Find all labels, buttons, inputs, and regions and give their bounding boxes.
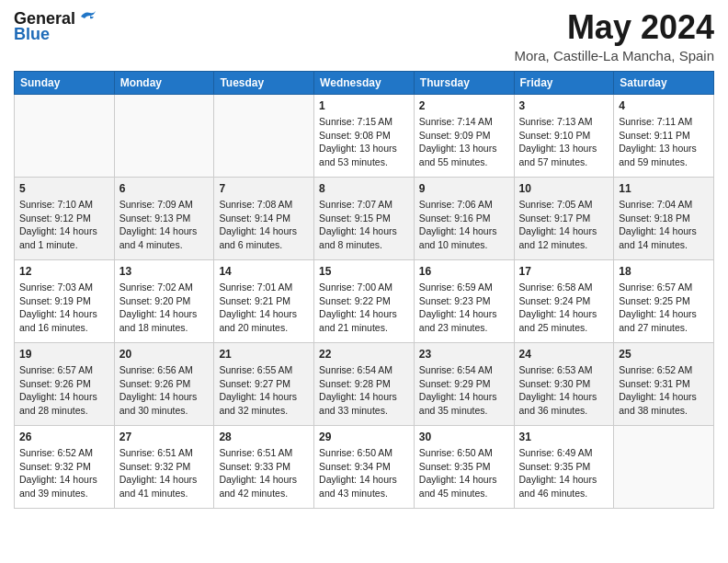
week-row-1: 1Sunrise: 7:15 AM Sunset: 9:08 PM Daylig… [15, 94, 714, 177]
day-info: Sunrise: 7:11 AM Sunset: 9:11 PM Dayligh… [619, 116, 697, 168]
weekday-header-sunday: Sunday [15, 71, 115, 94]
day-info: Sunrise: 6:52 AM Sunset: 9:32 PM Dayligh… [19, 447, 97, 500]
day-info: Sunrise: 6:50 AM Sunset: 9:34 PM Dayligh… [319, 447, 397, 500]
day-number: 29 [319, 430, 409, 444]
day-number: 9 [419, 181, 509, 196]
day-number: 15 [319, 264, 409, 279]
day-cell: 18Sunrise: 6:57 AM Sunset: 9:25 PM Dayli… [614, 259, 714, 342]
day-cell: 1Sunrise: 7:15 AM Sunset: 9:08 PM Daylig… [314, 94, 415, 177]
day-number: 10 [519, 181, 609, 196]
day-info: Sunrise: 7:09 AM Sunset: 9:13 PM Dayligh… [119, 199, 198, 251]
day-info: Sunrise: 7:01 AM Sunset: 9:21 PM Dayligh… [219, 282, 297, 334]
day-cell: 9Sunrise: 7:06 AM Sunset: 9:16 PM Daylig… [414, 177, 514, 259]
day-number: 11 [619, 181, 709, 196]
day-cell: 22Sunrise: 6:54 AM Sunset: 9:28 PM Dayli… [314, 342, 415, 425]
weekday-header-thursday: Thursday [414, 71, 514, 94]
day-number: 27 [119, 430, 210, 444]
day-cell [614, 425, 714, 508]
day-info: Sunrise: 6:59 AM Sunset: 9:23 PM Dayligh… [419, 282, 497, 334]
day-info: Sunrise: 6:53 AM Sunset: 9:30 PM Dayligh… [519, 364, 597, 417]
week-row-5: 26Sunrise: 6:52 AM Sunset: 9:32 PM Dayli… [15, 425, 714, 508]
calendar: SundayMondayTuesdayWednesdayThursdayFrid… [14, 71, 714, 509]
day-number: 7 [219, 181, 309, 196]
day-cell [114, 94, 214, 177]
day-info: Sunrise: 6:49 AM Sunset: 9:35 PM Dayligh… [519, 447, 597, 500]
day-info: Sunrise: 6:51 AM Sunset: 9:32 PM Dayligh… [119, 447, 198, 500]
day-number: 28 [219, 430, 309, 444]
day-cell: 26Sunrise: 6:52 AM Sunset: 9:32 PM Dayli… [15, 425, 115, 508]
weekday-header-saturday: Saturday [614, 71, 714, 94]
day-cell: 19Sunrise: 6:57 AM Sunset: 9:26 PM Dayli… [15, 342, 115, 425]
logo-bird-icon [77, 9, 97, 26]
day-number: 8 [319, 181, 409, 196]
day-number: 25 [619, 347, 709, 362]
day-cell: 31Sunrise: 6:49 AM Sunset: 9:35 PM Dayli… [514, 425, 614, 508]
day-info: Sunrise: 7:10 AM Sunset: 9:12 PM Dayligh… [19, 199, 97, 251]
day-info: Sunrise: 6:57 AM Sunset: 9:26 PM Dayligh… [19, 364, 97, 417]
day-number: 1 [319, 98, 409, 113]
day-cell: 4Sunrise: 7:11 AM Sunset: 9:11 PM Daylig… [614, 94, 714, 177]
day-cell: 17Sunrise: 6:58 AM Sunset: 9:24 PM Dayli… [514, 259, 614, 342]
day-cell: 11Sunrise: 7:04 AM Sunset: 9:18 PM Dayli… [614, 177, 714, 259]
day-info: Sunrise: 6:50 AM Sunset: 9:35 PM Dayligh… [419, 447, 497, 500]
week-row-4: 19Sunrise: 6:57 AM Sunset: 9:26 PM Dayli… [15, 342, 714, 425]
title-block: May 2024 Mora, Castille-La Mancha, Spain [514, 9, 714, 63]
logo: General Blue [14, 9, 97, 44]
day-number: 16 [419, 264, 509, 279]
day-info: Sunrise: 7:08 AM Sunset: 9:14 PM Dayligh… [219, 199, 297, 251]
weekday-header-monday: Monday [114, 71, 214, 94]
day-info: Sunrise: 6:58 AM Sunset: 9:24 PM Dayligh… [519, 282, 597, 334]
day-cell: 23Sunrise: 6:54 AM Sunset: 9:29 PM Dayli… [414, 342, 514, 425]
day-number: 18 [619, 264, 709, 279]
weekday-header-friday: Friday [514, 71, 614, 94]
day-info: Sunrise: 7:02 AM Sunset: 9:20 PM Dayligh… [119, 282, 198, 334]
weekday-header-row: SundayMondayTuesdayWednesdayThursdayFrid… [15, 71, 714, 94]
day-number: 6 [119, 181, 210, 196]
day-number: 19 [19, 347, 109, 362]
day-number: 17 [519, 264, 609, 279]
day-number: 30 [419, 430, 509, 444]
day-number: 4 [619, 98, 709, 113]
day-info: Sunrise: 6:54 AM Sunset: 9:28 PM Dayligh… [319, 364, 397, 417]
day-cell: 24Sunrise: 6:53 AM Sunset: 9:30 PM Dayli… [514, 342, 614, 425]
day-cell: 12Sunrise: 7:03 AM Sunset: 9:19 PM Dayli… [15, 259, 115, 342]
day-cell: 3Sunrise: 7:13 AM Sunset: 9:10 PM Daylig… [514, 94, 614, 177]
day-number: 31 [519, 430, 609, 444]
weekday-header-wednesday: Wednesday [314, 71, 415, 94]
day-number: 13 [119, 264, 210, 279]
day-cell: 10Sunrise: 7:05 AM Sunset: 9:17 PM Dayli… [514, 177, 614, 259]
day-cell: 30Sunrise: 6:50 AM Sunset: 9:35 PM Dayli… [414, 425, 514, 508]
day-cell: 20Sunrise: 6:56 AM Sunset: 9:26 PM Dayli… [114, 342, 214, 425]
day-cell: 29Sunrise: 6:50 AM Sunset: 9:34 PM Dayli… [314, 425, 415, 508]
day-info: Sunrise: 6:54 AM Sunset: 9:29 PM Dayligh… [419, 364, 497, 417]
day-cell: 13Sunrise: 7:02 AM Sunset: 9:20 PM Dayli… [114, 259, 214, 342]
day-info: Sunrise: 6:56 AM Sunset: 9:26 PM Dayligh… [119, 364, 198, 417]
day-cell [214, 94, 314, 177]
day-cell: 25Sunrise: 6:52 AM Sunset: 9:31 PM Dayli… [614, 342, 714, 425]
day-number: 26 [19, 430, 109, 444]
day-number: 2 [419, 98, 509, 113]
day-cell: 28Sunrise: 6:51 AM Sunset: 9:33 PM Dayli… [214, 425, 314, 508]
week-row-2: 5Sunrise: 7:10 AM Sunset: 9:12 PM Daylig… [15, 177, 714, 259]
day-cell: 16Sunrise: 6:59 AM Sunset: 9:23 PM Dayli… [414, 259, 514, 342]
day-info: Sunrise: 7:15 AM Sunset: 9:08 PM Dayligh… [319, 116, 397, 168]
day-info: Sunrise: 7:13 AM Sunset: 9:10 PM Dayligh… [519, 116, 597, 168]
logo-blue-text: Blue [14, 25, 50, 44]
day-number: 21 [219, 347, 309, 362]
day-info: Sunrise: 7:06 AM Sunset: 9:16 PM Dayligh… [419, 199, 497, 251]
day-number: 12 [19, 264, 109, 279]
day-number: 14 [219, 264, 309, 279]
day-info: Sunrise: 7:03 AM Sunset: 9:19 PM Dayligh… [19, 282, 97, 334]
day-info: Sunrise: 6:55 AM Sunset: 9:27 PM Dayligh… [219, 364, 297, 417]
location: Mora, Castille-La Mancha, Spain [514, 48, 714, 63]
month-title: May 2024 [514, 9, 714, 46]
day-info: Sunrise: 6:51 AM Sunset: 9:33 PM Dayligh… [219, 447, 297, 500]
day-cell: 5Sunrise: 7:10 AM Sunset: 9:12 PM Daylig… [15, 177, 115, 259]
day-number: 22 [319, 347, 409, 362]
day-cell [15, 94, 115, 177]
day-number: 5 [19, 181, 109, 196]
day-info: Sunrise: 7:00 AM Sunset: 9:22 PM Dayligh… [319, 282, 397, 334]
day-cell: 21Sunrise: 6:55 AM Sunset: 9:27 PM Dayli… [214, 342, 314, 425]
day-info: Sunrise: 7:05 AM Sunset: 9:17 PM Dayligh… [519, 199, 597, 251]
day-info: Sunrise: 6:52 AM Sunset: 9:31 PM Dayligh… [619, 364, 697, 417]
